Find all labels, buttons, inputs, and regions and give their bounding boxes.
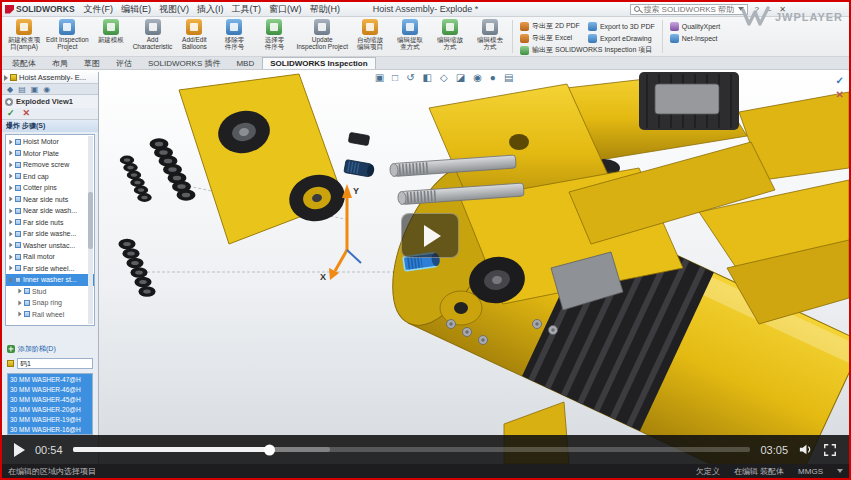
command-tab[interactable]: SOLIDWORKS 插件 [140, 57, 228, 69]
cancel-button[interactable]: ✕ [23, 109, 31, 118]
expander-icon[interactable] [4, 75, 8, 81]
status-units[interactable]: MMGS [798, 467, 823, 476]
expander-icon[interactable] [9, 277, 12, 282]
confirm-cancel-icon[interactable]: ✕ [836, 90, 844, 100]
explode-steps-group-header[interactable]: 爆炸 步骤(S) [2, 120, 98, 132]
view-orientation-icon[interactable]: ◇ [440, 72, 448, 84]
ok-button[interactable]: ✓ [7, 109, 15, 118]
feature-tree-root[interactable]: Hoist Assembly- E... [2, 72, 98, 83]
menu-item[interactable]: 文件(F) [80, 4, 118, 14]
ribbon-button[interactable]: Add/Edit Balloons [174, 18, 214, 55]
export-button[interactable]: Export eDrawing [588, 33, 655, 43]
appearance-icon[interactable]: ● [490, 72, 496, 84]
command-tab[interactable]: 布局 [44, 57, 76, 69]
expander-icon[interactable] [9, 208, 12, 213]
explode-step-item[interactable]: Remove screw [6, 159, 94, 171]
add-step-link[interactable]: 添加阶梯(D) [7, 344, 93, 354]
section-view-icon[interactable]: ◧ [423, 72, 432, 84]
search-input[interactable] [643, 5, 735, 14]
motor-plate[interactable] [179, 74, 349, 244]
expander-icon[interactable] [18, 312, 21, 317]
expander-icon[interactable] [9, 185, 12, 190]
explode-step-item[interactable]: Far side washe... [6, 228, 94, 240]
command-tab[interactable]: 草图 [76, 57, 108, 69]
step-name-input[interactable] [17, 358, 93, 369]
command-tab[interactable]: 评估 [108, 57, 140, 69]
ribbon-button[interactable]: 新建模板 [91, 18, 131, 55]
explode-step-item[interactable]: Far side wheel... [6, 263, 94, 275]
export-button[interactable]: Export to 3D PDF [588, 21, 655, 31]
tab-configuration-icon[interactable]: ▣ [31, 85, 39, 94]
help-search-box[interactable] [630, 4, 748, 15]
fullscreen-icon[interactable] [823, 443, 837, 457]
explode-step-item[interactable]: Stud [6, 286, 94, 298]
expander-icon[interactable] [9, 266, 12, 271]
explode-step-item[interactable]: Far side nuts [6, 217, 94, 229]
export-button[interactable]: 导出至 Excel [520, 33, 580, 43]
ribbon-button[interactable]: 编辑缩放 方式 [430, 18, 470, 55]
quality-button[interactable]: QualityXpert [670, 22, 721, 31]
ribbon-button[interactable]: 自动缩放 编辑项目 [350, 18, 390, 55]
expander-icon[interactable] [9, 243, 12, 248]
tab-featuremanager-icon[interactable]: ◆ [7, 85, 13, 94]
expander-icon[interactable] [9, 220, 12, 225]
component-item[interactable]: 30 MM WASHER-45@H [8, 394, 92, 404]
exploded-washer-stack-lower[interactable] [118, 239, 155, 297]
explode-step-item[interactable]: Cotter pins [6, 182, 94, 194]
expander-icon[interactable] [9, 151, 12, 156]
expander-icon[interactable] [18, 300, 21, 305]
expander-icon[interactable] [9, 197, 12, 202]
menu-item[interactable]: 编辑(E) [117, 4, 155, 14]
export-button[interactable]: 输出至 SOLIDWORKS Inspection 项目 [520, 45, 655, 55]
confirm-ok-icon[interactable]: ✓ [836, 76, 844, 86]
explode-step-item[interactable]: Inner washer st... [6, 274, 94, 286]
ribbon-button[interactable]: 新建检查项 目(ampA) [4, 18, 44, 55]
explode-step-item[interactable]: Near side wash... [6, 205, 94, 217]
component-item[interactable]: 30 MM WASHER-46@H [8, 384, 92, 394]
expander-icon[interactable] [9, 139, 12, 144]
menu-item[interactable]: 工具(T) [228, 4, 266, 14]
explode-step-item[interactable]: Rail wheel [6, 309, 94, 321]
exploded-pin[interactable] [348, 132, 369, 145]
component-item[interactable]: 30 MM WASHER-19@H [8, 414, 92, 424]
explode-step-item[interactable]: Snap ring [6, 297, 94, 309]
exploded-washer-stack-upper[interactable] [120, 156, 152, 202]
explode-step-item[interactable]: Near side nuts [6, 194, 94, 206]
export-button[interactable]: 导出至 2D PDF [520, 21, 580, 31]
tab-propertymanager-icon[interactable]: ▤ [18, 85, 26, 94]
explode-step-item[interactable]: Washer unstac... [6, 240, 94, 252]
zoom-area-icon[interactable]: □ [392, 72, 398, 84]
component-item[interactable]: 30 MM WASHER-47@H [8, 374, 92, 384]
menu-item[interactable]: 帮助(H) [306, 4, 345, 14]
menu-item[interactable]: 窗口(W) [265, 4, 306, 14]
expander-icon[interactable] [9, 174, 12, 179]
component-item[interactable]: 30 MM WASHER-20@H [8, 404, 92, 414]
menu-item[interactable]: 插入(I) [193, 4, 228, 14]
component-item[interactable]: 30 MM WASHER-16@H [8, 424, 92, 434]
menu-item[interactable]: 视图(V) [155, 4, 193, 14]
steps-scrollbar[interactable] [88, 136, 93, 324]
display-style-icon[interactable]: ◪ [456, 72, 465, 84]
explode-step-item[interactable]: End cap [6, 171, 94, 183]
progress-handle[interactable] [264, 444, 275, 455]
ribbon-button[interactable]: Update Inspection Project [294, 18, 350, 55]
hoist-assembly-model[interactable]: Y X [99, 72, 849, 464]
explode-step-item[interactable]: Motor Plate [6, 148, 94, 160]
scrollbar-thumb[interactable] [88, 192, 93, 248]
command-tab[interactable]: SOLIDWORKS Inspection [262, 57, 375, 69]
ribbon-button[interactable]: 编辑模去 方式 [470, 18, 510, 55]
command-tab[interactable]: MBD [228, 57, 262, 69]
expander-icon[interactable] [9, 162, 12, 167]
play-button[interactable] [14, 443, 25, 457]
expander-icon[interactable] [9, 231, 12, 236]
big-play-button[interactable] [401, 213, 459, 258]
graphics-viewport[interactable]: Y X ▣□↺◧◇◪◉●▤ ✓ ✕ [99, 72, 849, 464]
units-chevron-icon[interactable] [837, 469, 843, 473]
zoom-fit-icon[interactable]: ▣ [375, 72, 384, 84]
expander-icon[interactable] [18, 289, 21, 294]
command-tab[interactable]: 装配体 [4, 57, 44, 69]
quality-button[interactable]: Net-Inspect [670, 34, 721, 43]
expander-icon[interactable] [9, 254, 12, 259]
hide-show-icon[interactable]: ◉ [473, 72, 482, 84]
explode-step-item[interactable]: Rail motor [6, 251, 94, 263]
